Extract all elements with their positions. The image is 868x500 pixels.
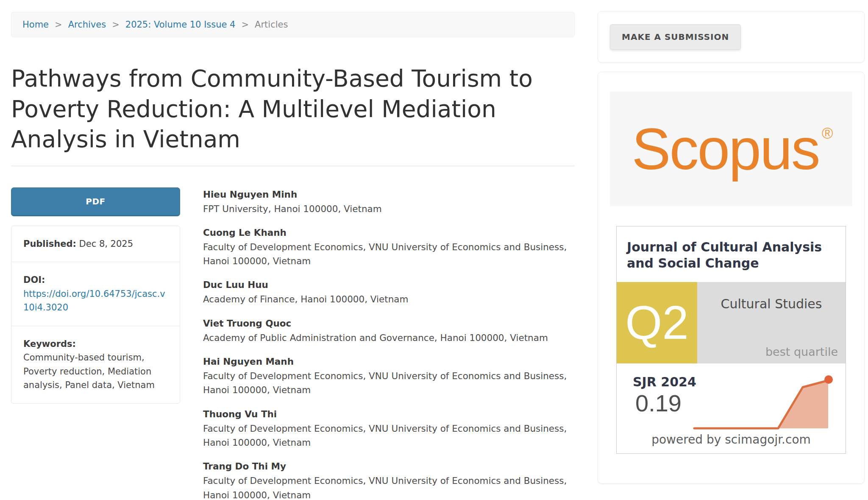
- sjr-category-block: Cultural Studies best quartile: [697, 282, 846, 363]
- author-entry: Cuong Le Khanh Faculty of Development Ec…: [203, 227, 572, 268]
- author-entry: Thuong Vu Thi Faculty of Development Eco…: [203, 409, 572, 450]
- article-meta-box: Published: Dec 8, 2025 DOI: https://doi.…: [11, 226, 180, 404]
- registered-trademark-icon: ®: [822, 125, 833, 142]
- sjr-journal-title: Journal of Cultural Analysis and Social …: [617, 226, 846, 282]
- breadcrumb-current-articles: Articles: [255, 20, 288, 30]
- author-affiliation: FPT University, Hanoi 100000, Vietnam: [203, 202, 572, 216]
- breadcrumb-separator: >: [241, 20, 249, 30]
- author-affiliation: Faculty of Development Economics, VNU Un…: [203, 240, 572, 268]
- keywords-section: Keywords: Community-based tourism, Pover…: [11, 326, 180, 403]
- sidebar: MAKE A SUBMISSION Scopus® Journal of Cul…: [598, 11, 865, 484]
- article-details: PDF Published: Dec 8, 2025 DOI: https://…: [11, 187, 575, 500]
- breadcrumb-separator: >: [55, 20, 62, 30]
- quartile-badge: Q2: [617, 282, 697, 363]
- author-entry: Trang Do Thi My Faculty of Development E…: [203, 461, 572, 500]
- indexing-card: Scopus® Journal of Cultural Analysis and…: [598, 72, 865, 484]
- author-affiliation: Faculty of Development Economics, VNU Un…: [203, 474, 572, 500]
- scimago-sjr-widget[interactable]: Journal of Cultural Analysis and Social …: [616, 226, 846, 454]
- sjr-score-value: 0.19: [635, 391, 682, 415]
- author-name: Hieu Nguyen Minh: [203, 189, 572, 200]
- sjr-score-row: SJR 2024 0.19 powered by scimagojr.com: [617, 363, 846, 453]
- breadcrumb-link-home[interactable]: Home: [22, 20, 49, 30]
- breadcrumb-link-archives[interactable]: Archives: [68, 20, 106, 30]
- author-affiliation: Faculty of Development Economics, VNU Un…: [203, 369, 572, 397]
- submission-card: MAKE A SUBMISSION: [598, 11, 865, 63]
- author-entry: Hai Nguyen Manh Faculty of Development E…: [203, 356, 572, 397]
- sjr-category-label: Cultural Studies: [697, 296, 846, 311]
- keywords-list: Community-based tourism, Poverty reducti…: [23, 352, 155, 390]
- scopus-logo-block[interactable]: Scopus®: [610, 92, 852, 206]
- author-entry: Viet Truong Quoc Academy of Public Admin…: [203, 318, 572, 345]
- sjr-trend-chart: [693, 373, 839, 432]
- author-name: Duc Luu Huu: [203, 279, 572, 290]
- doi-label: DOI:: [23, 273, 168, 287]
- breadcrumb-separator: >: [112, 20, 120, 30]
- best-quartile-label: best quartile: [765, 345, 838, 358]
- author-name: Cuong Le Khanh: [203, 227, 572, 238]
- scopus-logo: Scopus®: [632, 120, 831, 178]
- author-entry: Duc Luu Huu Academy of Finance, Hanoi 10…: [203, 279, 572, 306]
- published-label: Published:: [23, 239, 76, 249]
- author-name: Trang Do Thi My: [203, 461, 572, 472]
- author-name: Viet Truong Quoc: [203, 318, 572, 329]
- sjr-trend-endpoint-dot: [824, 375, 833, 384]
- author-affiliation: Academy of Finance, Hanoi 100000, Vietna…: [203, 292, 572, 306]
- breadcrumb: Home > Archives > 2025: Volume 10 Issue …: [11, 12, 575, 37]
- author-name: Hai Nguyen Manh: [203, 356, 572, 367]
- doi-link[interactable]: https://doi.org/10.64753/jcasc.v10i4.302…: [23, 287, 168, 315]
- published-date: Dec 8, 2025: [79, 239, 133, 249]
- doi-section: DOI: https://doi.org/10.64753/jcasc.v10i…: [11, 262, 180, 326]
- entry-details-panel: PDF Published: Dec 8, 2025 DOI: https://…: [11, 187, 180, 500]
- author-name: Thuong Vu Thi: [203, 409, 572, 419]
- pdf-download-button[interactable]: PDF: [11, 187, 180, 216]
- author-entry: Hieu Nguyen Minh FPT University, Hanoi 1…: [203, 189, 572, 216]
- breadcrumb-link-issue[interactable]: 2025: Volume 10 Issue 4: [125, 20, 236, 30]
- page-title: Pathways from Community-Based Tourism to…: [11, 64, 575, 155]
- authors-list: Hieu Nguyen Minh FPT University, Hanoi 1…: [203, 187, 572, 500]
- published-section: Published: Dec 8, 2025: [11, 226, 180, 262]
- keywords-label: Keywords:: [23, 337, 168, 351]
- title-divider: [11, 166, 575, 166]
- author-affiliation: Faculty of Development Economics, VNU Un…: [203, 422, 572, 450]
- make-submission-button[interactable]: MAKE A SUBMISSION: [610, 24, 741, 50]
- author-affiliation: Academy of Public Administration and Gov…: [203, 331, 572, 345]
- scimago-powered-by-label: powered by scimagojr.com: [617, 433, 846, 447]
- sjr-year-label: SJR 2024: [633, 374, 696, 389]
- main-content: Home > Archives > 2025: Volume 10 Issue …: [11, 12, 575, 500]
- sjr-quartile-row: Q2 Cultural Studies best quartile: [617, 282, 846, 363]
